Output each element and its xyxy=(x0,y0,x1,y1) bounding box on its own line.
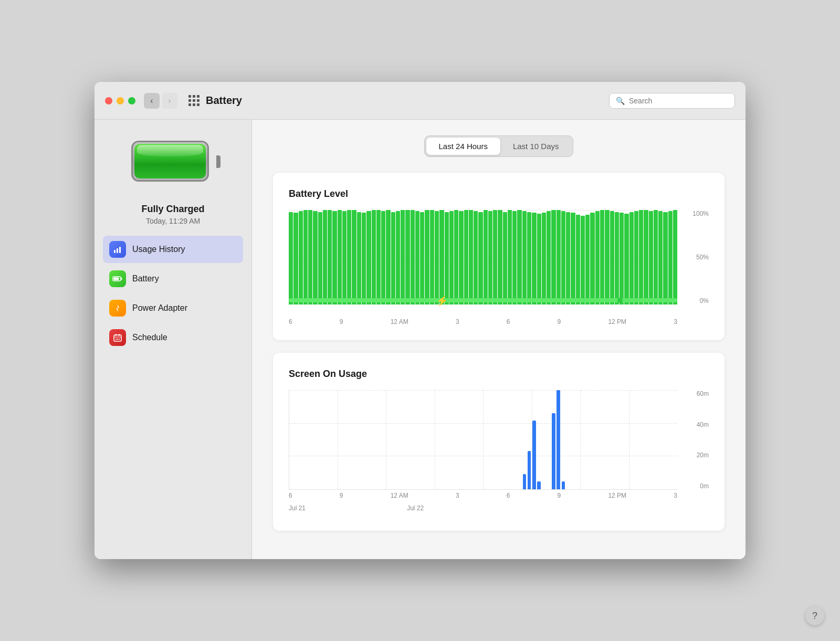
battery-level-title: Battery Level xyxy=(289,188,709,199)
sidebar-nav: Usage History Battery xyxy=(103,236,243,351)
screen-usage-chart-card: Screen On Usage xyxy=(273,353,724,531)
sidebar: Fully Charged Today, 11:29 AM Usage Hist… xyxy=(94,120,252,559)
battery-status-label: Fully Charged xyxy=(141,204,204,215)
tab-last24[interactable]: Last 24 Hours xyxy=(426,138,500,155)
x-label-3b: 3 xyxy=(674,318,677,325)
battery-bars xyxy=(289,210,677,304)
screen-x-labels: 6 9 12 AM 3 6 9 12 PM 3 Jul 21 Ju xyxy=(289,490,677,516)
x-label-9a: 9 xyxy=(340,318,343,325)
screen-usage-title: Screen On Usage xyxy=(289,369,709,380)
titlebar: ‹ › Battery 🔍 xyxy=(94,82,746,120)
battery-chart-area: ⚡ 100% 50% 0% 6 9 12 AM 3 xyxy=(289,210,709,325)
search-box[interactable]: 🔍 xyxy=(609,93,735,109)
svg-rect-4 xyxy=(114,278,119,280)
sidebar-item-power-adapter[interactable]: Power Adapter xyxy=(103,295,243,322)
back-button[interactable]: ‹ xyxy=(144,93,160,109)
screen-x-6b: 6 xyxy=(507,492,510,499)
battery-tip xyxy=(216,155,220,168)
battery-status-time: Today, 11:29 AM xyxy=(146,217,200,225)
battery-level-chart-card: Battery Level ⚡ 10 xyxy=(273,173,724,340)
grid-icon xyxy=(188,95,200,106)
search-input[interactable] xyxy=(629,97,728,105)
grid-button[interactable] xyxy=(186,93,202,109)
x-label-6a: 6 xyxy=(289,318,292,325)
screen-x-12pm: 12 PM xyxy=(608,492,626,499)
battery-y-labels: 100% 50% 0% xyxy=(680,210,709,304)
screen-date-jul22: Jul 22 xyxy=(407,505,424,512)
screen-y-0: 0m xyxy=(700,482,709,490)
y-label-0: 0% xyxy=(700,297,709,304)
screen-y-60: 60m xyxy=(697,390,709,397)
charging-strip: ⚡ xyxy=(289,298,677,302)
charging-bolt-icon: ⚡ xyxy=(436,295,448,307)
x-label-12pm: 12 PM xyxy=(608,318,626,325)
minimize-button[interactable] xyxy=(117,97,124,104)
close-button[interactable] xyxy=(105,97,112,104)
screen-bars xyxy=(289,390,677,490)
battery-icon-container xyxy=(131,141,215,183)
charging-dot xyxy=(617,298,623,303)
screen-x-3b: 3 xyxy=(674,492,677,499)
main-window: ‹ › Battery 🔍 xyxy=(94,82,746,559)
svg-rect-11 xyxy=(116,339,117,340)
battery-graphic xyxy=(131,141,215,183)
battery-x-labels: 6 9 12 AM 3 6 9 12 PM 3 xyxy=(289,310,677,325)
sidebar-item-usage-history[interactable]: Usage History xyxy=(103,236,243,263)
svg-rect-7 xyxy=(114,335,121,341)
sidebar-item-battery[interactable]: Battery xyxy=(103,265,243,292)
screen-x-9: 9 xyxy=(340,492,343,499)
window-controls xyxy=(105,97,135,104)
usage-history-icon xyxy=(109,241,126,258)
svg-rect-0 xyxy=(114,250,116,253)
screen-x-3a: 3 xyxy=(456,492,459,499)
forward-button[interactable]: › xyxy=(162,93,177,109)
svg-rect-2 xyxy=(119,247,121,253)
main-panel: Last 24 Hours Last 10 Days Battery Level xyxy=(252,120,746,559)
x-label-12am: 12 AM xyxy=(391,318,408,325)
tab-group: Last 24 Hours Last 10 Days xyxy=(424,135,574,157)
help-button[interactable]: ? xyxy=(805,606,824,625)
nav-buttons: ‹ › xyxy=(144,93,177,109)
sidebar-item-label-schedule: Schedule xyxy=(132,333,167,342)
battery-item-icon xyxy=(109,270,126,287)
screen-x-6: 6 xyxy=(289,492,292,499)
screen-y-labels: 60m 40m 20m 0m xyxy=(680,390,709,490)
screen-y-40: 40m xyxy=(697,421,709,428)
page-title: Battery xyxy=(206,94,609,107)
sidebar-item-label-usage-history: Usage History xyxy=(132,245,185,254)
screen-chart-area: 60m 40m 20m 0m 6 9 12 AM 3 6 9 xyxy=(289,390,709,516)
svg-rect-5 xyxy=(121,278,122,280)
help-icon: ? xyxy=(812,611,817,622)
maximize-button[interactable] xyxy=(128,97,135,104)
y-label-100: 100% xyxy=(692,210,709,217)
y-label-50: 50% xyxy=(696,254,709,261)
screen-x-9b: 9 xyxy=(558,492,561,499)
sidebar-item-label-power-adapter: Power Adapter xyxy=(132,303,187,313)
screen-x-12am: 12 AM xyxy=(391,492,408,499)
power-adapter-icon xyxy=(109,300,126,317)
svg-marker-6 xyxy=(116,304,119,312)
x-label-9b: 9 xyxy=(558,318,561,325)
battery-body xyxy=(131,141,209,182)
schedule-icon xyxy=(109,329,126,346)
content-area: Fully Charged Today, 11:29 AM Usage Hist… xyxy=(94,120,746,559)
svg-rect-1 xyxy=(117,248,118,253)
svg-rect-12 xyxy=(117,339,118,340)
tab-last10[interactable]: Last 10 Days xyxy=(500,138,572,155)
screen-date-jul21: Jul 21 xyxy=(289,505,306,512)
search-icon: 🔍 xyxy=(616,97,625,105)
svg-rect-13 xyxy=(119,339,120,340)
sidebar-item-label-battery: Battery xyxy=(132,274,159,283)
x-label-3a: 3 xyxy=(456,318,459,325)
battery-sheen xyxy=(137,145,203,156)
tab-bar: Last 24 Hours Last 10 Days xyxy=(273,135,724,157)
screen-x-bottom: Jul 21 Jul 22 xyxy=(289,502,677,514)
sidebar-item-schedule[interactable]: Schedule xyxy=(103,324,243,351)
x-label-6b: 6 xyxy=(507,318,510,325)
screen-x-top: 6 9 12 AM 3 6 9 12 PM 3 xyxy=(289,490,677,502)
screen-y-20: 20m xyxy=(697,451,709,459)
